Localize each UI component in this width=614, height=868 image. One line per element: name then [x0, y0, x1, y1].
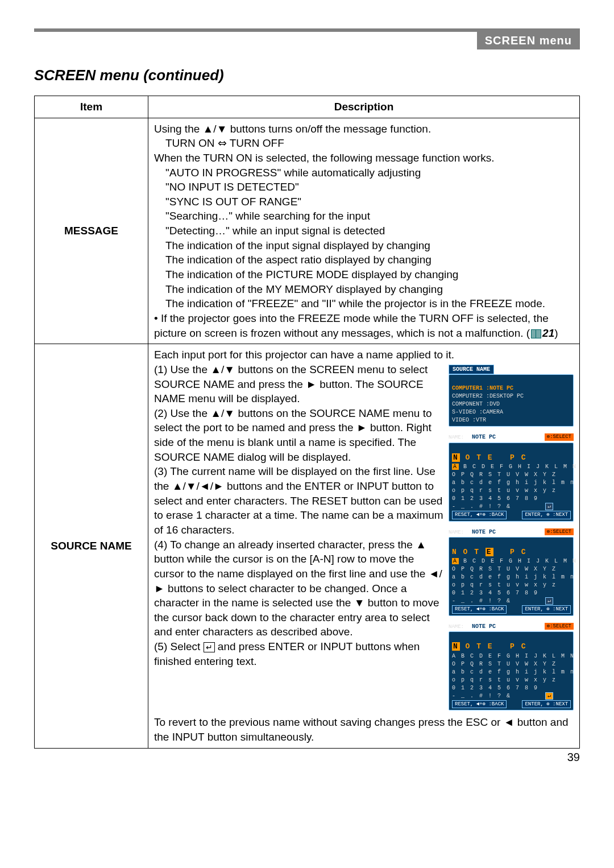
col-header-desc: Description — [148, 96, 580, 118]
osd-row: 0 1 2 3 4 5 6 7 8 9 — [452, 495, 538, 502]
osd-current-name: NOTE PC — [467, 528, 500, 536]
desc-message: Using the ▲/▼ buttons turns on/off the m… — [148, 118, 580, 344]
osd-foot-enter: ENTER, ⊕ :NEXT — [522, 605, 571, 614]
osd-line: S-VIDEO :CAMERA — [452, 409, 503, 415]
src-outro: To revert to the previous name without s… — [154, 716, 569, 743]
osd-foot-reset: RESET, ◄+⊕ :BACK — [452, 700, 507, 709]
src-step5a: (5) Select — [154, 640, 204, 652]
msg-line: The indication of the PICTURE MODE displ… — [165, 268, 458, 280]
osd-keyboard-3: NAME: NOTE PC ⊗:SELECT N O T E P C A B C… — [449, 623, 574, 710]
msg-note-b: ) — [554, 327, 558, 339]
osd-foot-enter: ENTER, ⊕ :NEXT — [522, 511, 571, 519]
osd-row: A B C D E F G H I J K L M N — [452, 653, 575, 659]
msg-line: "Detecting…" while an input signal is de… — [165, 225, 385, 237]
osd-row: 0 1 2 3 4 5 6 7 8 9 — [452, 685, 538, 691]
osd-name-label: NAME: — [449, 624, 464, 630]
header-bar: SCREEN menu — [477, 32, 580, 49]
page-number: 39 — [34, 751, 580, 764]
osd-row: o p q r s t u v w x y z — [452, 677, 557, 683]
table-row: SOURCE NAME Each input port for this pro… — [35, 344, 580, 748]
item-source-name: SOURCE NAME — [35, 344, 148, 748]
osd-title: SOURCE NAME — [449, 365, 494, 375]
osd-select-tag: ⊗:SELECT — [545, 623, 574, 630]
osd-select-tag: ⊗:SELECT — [545, 433, 574, 440]
msg-line: "Searching…" while searching for the inp… — [165, 210, 370, 222]
osd-line: COMPUTER2 :DESKTOP PC — [452, 393, 524, 399]
osd-select-tag: ⊗:SELECT — [545, 528, 574, 535]
msg-line: The indication of the MY MEMORY displaye… — [165, 283, 443, 295]
osd-row: O P Q R S T U V W X Y Z — [452, 661, 557, 667]
msg-note-a: • If the projector goes into the FREEZE … — [154, 312, 549, 339]
osd-row: - _ . # ! ? & — [452, 598, 511, 604]
osd-row: 0 1 2 3 4 5 6 7 8 9 — [452, 590, 538, 596]
src-step3: (3) The current name will be displayed o… — [154, 465, 443, 536]
osd-foot-reset: RESET, ◄+⊕ :BACK — [452, 605, 507, 614]
item-message: MESSAGE — [35, 118, 148, 344]
osd-line: COMPONENT :DVD — [452, 401, 500, 407]
msg-line: "NO INPUT IS DETECTED" — [165, 181, 299, 193]
book-icon — [531, 329, 541, 338]
osd-current-name: NOTE PC — [467, 623, 500, 631]
msg-note-ref: 21 — [542, 327, 554, 339]
osd-keyboard-1: NAME: NOTE PC ⊗:SELECT N O T E P C A B C… — [449, 433, 574, 521]
osd-keyboard-2: NAME: NOTE PC ⊗:SELECT N O T E P C A B C… — [449, 528, 574, 616]
osd-name-label: NAME: — [449, 435, 464, 440]
src-intro: Each input port for this projector can h… — [154, 349, 454, 361]
osd-name-label: NAME: — [449, 530, 464, 535]
osd-row: o p q r s t u v w x y z — [452, 582, 557, 588]
osd-line: VIDEO :VTR — [452, 417, 486, 423]
src-step2: (2) Use the ▲/▼ buttons on the SOURCE NA… — [154, 407, 432, 463]
src-step4: (4) To change an already inserted charac… — [154, 539, 442, 638]
osd-row: O P Q R S T U V W X Y Z — [452, 566, 557, 572]
osd-line: COMPUTER1 :NOTE PC — [452, 385, 513, 391]
msg-line: The indication of the aspect ratio displ… — [165, 254, 432, 266]
table-row: MESSAGE Using the ▲/▼ buttons turns on/o… — [35, 118, 580, 344]
msg-p2: TURN ON ⇔ TURN OFF — [154, 136, 574, 151]
msg-line: "AUTO IN PROGRESS" while automatically a… — [165, 167, 421, 179]
osd-row: a b c d e f g h i j k l m n — [452, 669, 575, 675]
src-step1: (1) Use the ▲/▼ buttons on the SCREEN me… — [154, 363, 428, 404]
osd-foot-reset: RESET, ◄+⊕ :BACK — [452, 511, 507, 519]
section-title: SCREEN menu (continued) — [34, 67, 580, 84]
msg-p1: Using the ▲/▼ buttons turns on/off the m… — [154, 123, 431, 135]
msg-line: The indication of "FREEZE" and "II" whil… — [165, 297, 545, 309]
enter-icon: ↵ — [204, 642, 215, 652]
osd-row: o p q r s t u v w x y z — [452, 487, 557, 494]
osd-row: - _ . # ! ? & — [452, 503, 511, 510]
msg-line: The indication of the input signal displ… — [165, 239, 430, 251]
msg-p3: When the TURN ON is selected, the follow… — [154, 152, 494, 164]
osd-row: - _ . # ! ? & — [452, 693, 511, 699]
osd-row: O P Q R S T U V W X Y Z — [452, 472, 557, 478]
col-header-item: Item — [35, 96, 148, 118]
msg-line: "SYNC IS OUT OF RANGE" — [165, 196, 301, 208]
osd-foot-enter: ENTER, ⊕ :NEXT — [522, 700, 571, 709]
menu-table: Item Description MESSAGE Using the ▲/▼ b… — [34, 96, 580, 749]
osd-row: a b c d e f g h i j k l m n — [452, 574, 575, 580]
desc-source-name: Each input port for this projector can h… — [148, 344, 580, 748]
osd-row: a b c d e f g h i j k l m n — [452, 480, 575, 486]
osd-current-name: NOTE PC — [467, 433, 500, 441]
osd-source-list: SOURCE NAME COMPUTER1 :NOTE PC COMPUTER2… — [449, 365, 574, 427]
